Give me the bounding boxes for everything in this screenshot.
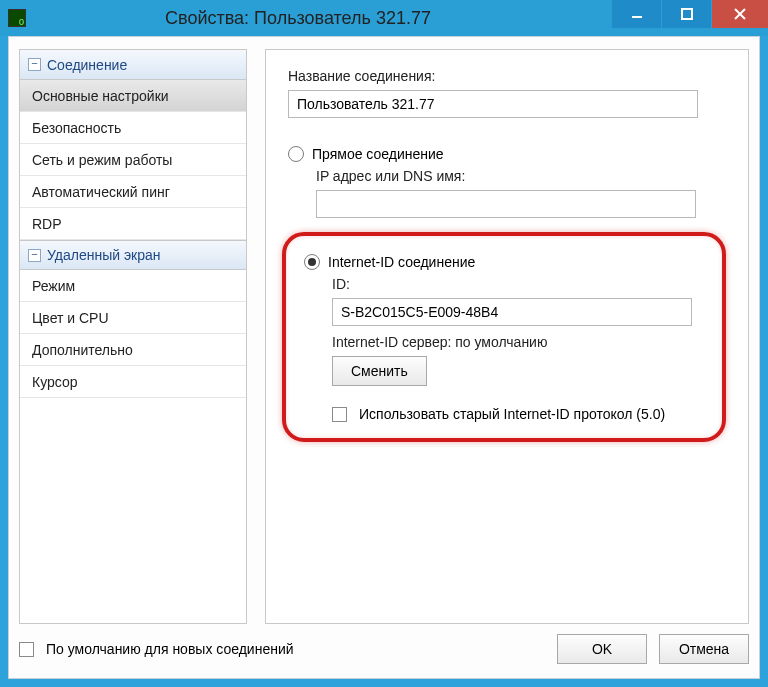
sidebar: − Соединение Основные настройки Безопасн… <box>19 49 247 624</box>
ip-dns-input[interactable] <box>316 190 696 218</box>
default-new-connections-checkbox[interactable] <box>19 642 34 657</box>
content-panel: Название соединения: Прямое соединение I… <box>265 49 749 624</box>
internet-id-radio-row[interactable]: Internet-ID соединение <box>304 254 704 270</box>
internet-id-highlight: Internet-ID соединение ID: Internet-ID с… <box>282 232 726 442</box>
sidebar-item-auto-ping[interactable]: Автоматический пинг <box>20 176 246 208</box>
default-new-connections-label: По умолчанию для новых соединений <box>46 641 294 657</box>
sidebar-item-security[interactable]: Безопасность <box>20 112 246 144</box>
main-layout: − Соединение Основные настройки Безопасн… <box>19 49 749 624</box>
default-new-connections-row[interactable]: По умолчанию для новых соединений <box>19 641 294 657</box>
maximize-button[interactable] <box>662 0 712 28</box>
window-title: Свойства: Пользователь 321.77 <box>34 8 612 29</box>
id-input[interactable] <box>332 298 692 326</box>
titlebar: Свойства: Пользователь 321.77 <box>0 0 768 36</box>
direct-connection-radio[interactable] <box>288 146 304 162</box>
change-server-button[interactable]: Сменить <box>332 356 427 386</box>
connection-name-input[interactable] <box>288 90 698 118</box>
sidebar-item-network-mode[interactable]: Сеть и режим работы <box>20 144 246 176</box>
expander-icon[interactable]: − <box>28 249 41 262</box>
svg-rect-1 <box>682 9 692 19</box>
server-label: Internet-ID сервер: по умолчанию <box>332 334 704 350</box>
sidebar-item-color-cpu[interactable]: Цвет и CPU <box>20 302 246 334</box>
sidebar-item-rdp[interactable]: RDP <box>20 208 246 240</box>
connection-name-label: Название соединения: <box>288 68 726 84</box>
svg-rect-0 <box>632 16 642 18</box>
maximize-icon <box>681 8 693 20</box>
sidebar-item-additional[interactable]: Дополнительно <box>20 334 246 366</box>
sidebar-group-remote-screen[interactable]: − Удаленный экран <box>20 240 246 270</box>
internet-id-label: Internet-ID соединение <box>328 254 475 270</box>
window-controls <box>612 0 768 28</box>
footer: По умолчанию для новых соединений OK Отм… <box>19 632 749 666</box>
minimize-icon <box>631 8 643 20</box>
expander-icon[interactable]: − <box>28 58 41 71</box>
direct-connection-radio-row[interactable]: Прямое соединение <box>288 146 726 162</box>
old-protocol-checkbox[interactable] <box>332 407 347 422</box>
client-area: − Соединение Основные настройки Безопасн… <box>8 36 760 679</box>
sidebar-group-label: Удаленный экран <box>47 247 161 263</box>
app-icon <box>8 9 26 27</box>
ok-button[interactable]: OK <box>557 634 647 664</box>
sidebar-item-basic-settings[interactable]: Основные настройки <box>20 80 246 112</box>
old-protocol-label: Использовать старый Internet-ID протокол… <box>359 406 665 422</box>
close-icon <box>733 7 747 21</box>
id-label: ID: <box>332 276 704 292</box>
sidebar-group-connection[interactable]: − Соединение <box>20 50 246 80</box>
sidebar-group-label: Соединение <box>47 57 127 73</box>
direct-connection-label: Прямое соединение <box>312 146 444 162</box>
minimize-button[interactable] <box>612 0 662 28</box>
sidebar-item-cursor[interactable]: Курсор <box>20 366 246 398</box>
internet-id-radio[interactable] <box>304 254 320 270</box>
ip-dns-label: IP адрес или DNS имя: <box>316 168 726 184</box>
old-protocol-row[interactable]: Использовать старый Internet-ID протокол… <box>332 406 704 422</box>
cancel-button[interactable]: Отмена <box>659 634 749 664</box>
sidebar-item-mode[interactable]: Режим <box>20 270 246 302</box>
close-button[interactable] <box>712 0 768 28</box>
